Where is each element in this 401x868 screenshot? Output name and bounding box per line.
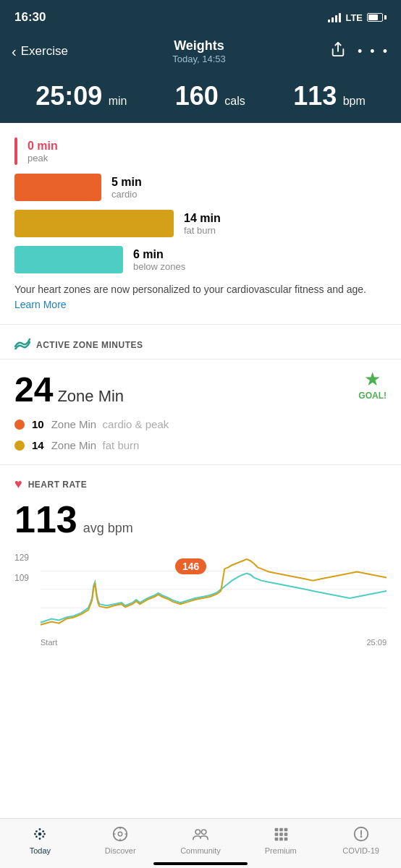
cardio-time: 5 min [111, 176, 142, 189]
duration-value: 25:09 [35, 81, 102, 111]
nav-subtitle: Today, 14:53 [172, 54, 225, 64]
chevron-left-icon: ‹ [12, 43, 17, 60]
svg-point-10 [39, 838, 41, 840]
svg-point-32 [360, 835, 362, 838]
hr-number: 113 [14, 498, 77, 541]
nav-header: ‹ Exercise Weights Today, 14:53 • • • [0, 32, 401, 74]
svg-point-14 [118, 832, 122, 836]
lte-label: LTE [345, 12, 363, 23]
tab-today[interactable]: Today [0, 825, 80, 855]
more-options-icon[interactable]: • • • [358, 44, 389, 59]
tab-community-label: Community [180, 846, 221, 855]
svg-point-12 [43, 833, 46, 835]
learn-more-link[interactable]: Learn More [14, 299, 67, 310]
community-icon [191, 825, 210, 843]
zone-section: 0 min peak 5 min cardio 14 min fat burn … [0, 123, 401, 325]
home-indicator [153, 862, 248, 865]
svg-rect-22 [279, 828, 283, 832]
cardio-bar [14, 174, 101, 201]
heart-icon: ♥ [14, 477, 22, 492]
svg-rect-29 [284, 838, 287, 841]
svg-point-7 [35, 835, 38, 838]
svg-point-8 [43, 835, 45, 838]
covid-icon [352, 825, 371, 843]
stat-calories: 160 cals [175, 81, 245, 111]
signal-icon [328, 12, 341, 22]
fatburn-time: 14 min [184, 212, 221, 225]
goal-text: GOAL! [358, 391, 387, 401]
back-button[interactable]: ‹ Exercise [12, 43, 68, 60]
hr-body: 113 avg bpm 129 109 146 Start 25:09 [0, 498, 401, 654]
tab-premium-label: Premium [265, 846, 297, 855]
status-icons: LTE [328, 12, 387, 23]
zone-row-cardio: 5 min cardio [14, 174, 387, 201]
zone-info-cardio: 5 min cardio [111, 176, 142, 200]
fatburn-label: fat burn [184, 225, 221, 236]
goal-star-icon: ★ [358, 370, 387, 388]
svg-point-5 [35, 830, 38, 833]
tab-covid[interactable]: COVID-19 [321, 825, 401, 855]
heart-rate-unit: bpm [343, 95, 366, 107]
discover-icon [111, 825, 130, 843]
premium-icon [271, 825, 290, 843]
azm-cardio-peak-label: Zone Min cardio & peak [51, 418, 169, 430]
x-label-start: Start [41, 638, 57, 647]
below-time: 6 min [133, 248, 185, 261]
svg-rect-26 [284, 833, 287, 836]
hr-main: 113 avg bpm [14, 498, 387, 541]
chart-svg [41, 553, 387, 634]
hr-header: ♥ HEART RATE [0, 465, 401, 498]
zone-row-below: 6 min below zones [14, 246, 387, 273]
zone-info-peak: 0 min peak [28, 140, 58, 163]
chart-x-labels: Start 25:09 [41, 638, 387, 647]
share-icon[interactable] [330, 41, 346, 61]
azm-number: 24 [14, 370, 53, 409]
nav-title-block: Weights Today, 14:53 [172, 38, 225, 64]
calories-value: 160 [175, 81, 219, 111]
azm-title: ACTIVE ZONE MINUTES [36, 340, 143, 350]
peak-label: peak [28, 153, 58, 163]
heart-rate-value: 113 [293, 81, 337, 111]
azm-header: ACTIVE ZONE MINUTES [0, 325, 401, 359]
svg-rect-25 [279, 833, 283, 836]
calories-unit: cals [224, 95, 245, 107]
back-label: Exercise [21, 44, 68, 59]
tab-bar: Today Discover Community [0, 818, 401, 868]
azm-cardio-peak-value: 10 [32, 418, 44, 430]
azm-detail-cardio-peak: 10 Zone Min cardio & peak [14, 418, 387, 430]
duration-unit: min [109, 95, 127, 107]
today-icon [30, 825, 49, 843]
x-label-end: 25:09 [366, 638, 387, 647]
svg-rect-27 [274, 838, 278, 841]
below-bar [14, 246, 123, 273]
zone-row-peak: 0 min peak [14, 137, 387, 165]
hr-unit: avg bpm [83, 521, 133, 536]
tab-premium[interactable]: Premium [240, 825, 321, 855]
stats-row: 25:09 min 160 cals 113 bpm [0, 74, 401, 123]
svg-point-9 [39, 828, 41, 830]
fatburn-bar [14, 210, 174, 237]
azm-fatburn-label: Zone Min fat burn [51, 439, 140, 451]
azm-label: Zone Min [57, 387, 124, 406]
goal-badge: ★ GOAL! [358, 370, 387, 401]
hr-title: HEART RATE [28, 480, 87, 490]
zone-description: Your heart zones are now personalized to… [14, 282, 387, 312]
svg-point-6 [43, 830, 45, 833]
tab-covid-label: COVID-19 [342, 846, 379, 855]
azm-icon [14, 336, 30, 353]
chart-tooltip: 146 [175, 558, 206, 574]
tab-today-label: Today [30, 846, 51, 855]
tab-community[interactable]: Community [161, 825, 241, 855]
zone-info-below: 6 min below zones [133, 248, 185, 272]
svg-point-11 [34, 833, 36, 835]
svg-point-20 [201, 830, 206, 835]
nav-actions: • • • [330, 41, 389, 61]
stat-duration: 25:09 min [35, 81, 127, 111]
heart-rate-chart: 129 109 146 Start 25:09 [14, 553, 387, 647]
y-label-low: 109 [14, 573, 29, 583]
azm-fatburn-value: 14 [32, 439, 44, 451]
tab-discover[interactable]: Discover [80, 825, 161, 855]
svg-rect-28 [279, 838, 283, 841]
stat-heart-rate: 113 bpm [293, 81, 366, 111]
cardio-label: cardio [111, 189, 142, 200]
